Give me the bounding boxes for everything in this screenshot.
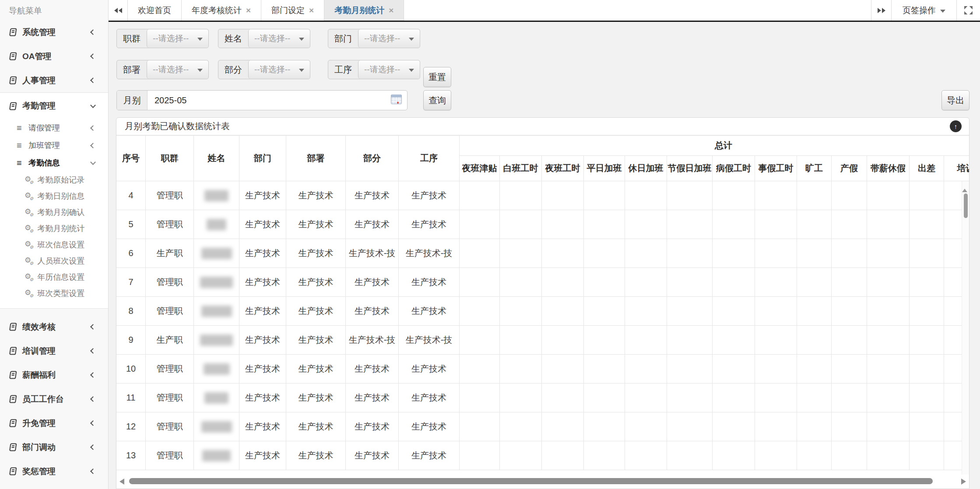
scroll-right-arrow-icon[interactable] (961, 478, 966, 485)
data-cell: 4 (116, 181, 146, 210)
filter-dropdown-division[interactable]: --请选择-- (147, 60, 208, 79)
filter-select-process[interactable]: 工序--请选择-- (328, 60, 420, 79)
table-row[interactable]: 13管理职生产技术生产技术生产技术生产技术 (116, 441, 969, 470)
sidebar-item-training-mgmt[interactable]: 培训管理 (0, 339, 108, 363)
tab-scroll-left-button[interactable] (109, 0, 128, 21)
table-row[interactable]: 9生产职生产技术生产技术生产技术-技生产技术-技 (116, 326, 969, 355)
sidebar-leaf-attendance-monthly-confirm[interactable]: ⚙⚙考勤月别确认 (0, 204, 108, 220)
tab-scroll-right-button[interactable] (871, 0, 891, 21)
double-left-arrow-icon (114, 8, 118, 13)
chevron-left-icon (90, 125, 96, 131)
column-header-2: 姓名 (194, 136, 239, 181)
filter-dropdown-process[interactable]: --请选择-- (358, 60, 420, 79)
stat-cell (867, 210, 910, 239)
data-cell: 生产技术 (239, 181, 286, 210)
sidebar-subitem-attendance-info[interactable]: ≡ 考勤信息 (0, 154, 108, 172)
search-button[interactable]: 查询 (423, 90, 451, 110)
filter-select-division[interactable]: 部署--请选择-- (116, 60, 209, 79)
table-row[interactable]: 6生产职生产技术生产技术生产技术-技生产技术-技 (116, 239, 969, 268)
data-cell: 管理职 (146, 181, 194, 210)
sidebar-item-attendance-mgmt[interactable]: 考勤管理 (0, 93, 108, 119)
filter-select-job-group[interactable]: 职群--请选择-- (116, 29, 209, 48)
calendar-icon[interactable] (391, 94, 402, 106)
sidebar-leaf-calendar-info-settings[interactable]: ⚙⚙年历信息设置 (0, 269, 108, 285)
table-row[interactable]: 5管理职生产技术生产技术生产技术生产技术 (116, 210, 969, 239)
stat-cell (584, 181, 625, 210)
stat-cell (910, 268, 944, 297)
tab-attendance-monthly-stats[interactable]: 考勤月别统计× (324, 0, 404, 21)
chevron-left-icon (90, 348, 96, 354)
close-icon[interactable]: × (389, 6, 393, 14)
fullscreen-button[interactable] (956, 0, 980, 21)
filter-select-department[interactable]: 部门--请选择-- (328, 29, 420, 48)
table-row[interactable]: 8管理职生产技术生产技术生产技术生产技术 (116, 297, 969, 326)
month-input[interactable]: 2025-05 (148, 91, 407, 110)
sidebar-leaf-attendance-raw-records[interactable]: ⚙⚙考勤原始记录 (0, 172, 108, 188)
gears-icon: ⚙⚙ (25, 191, 33, 201)
sidebar-subitem-overtime-mgmt[interactable]: ≡加班管理 (0, 137, 108, 154)
sidebar-item-compensation-benefits[interactable]: 薪酬福利 (0, 363, 108, 387)
table-row[interactable]: 4管理职生产技术生产技术生产技术生产技术 (116, 181, 969, 210)
sidebar-item-hr-mgmt[interactable]: 人事管理 (0, 68, 108, 92)
sidebar-item-system-mgmt[interactable]: 系统管理 (0, 20, 108, 44)
sidebar-leaf-attendance-monthly-stats[interactable]: ⚙⚙考勤月别统计 (0, 220, 108, 236)
stat-cell (625, 297, 667, 326)
caret-down-icon (299, 38, 304, 41)
tab-welcome-home[interactable]: 欢迎首页 (128, 0, 182, 21)
sidebar-leaf-shift-info-settings[interactable]: ⚙⚙班次信息设置 (0, 236, 108, 253)
export-button[interactable]: 导出 (941, 90, 969, 110)
close-icon[interactable]: × (309, 6, 314, 14)
sidebar-expanded-section: 考勤管理 ≡请假管理≡加班管理 ≡ 考勤信息 ⚙⚙考勤原始记录⚙⚙考勤日别信息⚙… (0, 92, 108, 309)
sidebar-item-performance-review[interactable]: 绩效考核 (0, 315, 108, 339)
tab-dept-settings[interactable]: 部门设定× (261, 0, 324, 21)
sidebar-item-reward-punishment[interactable]: 奖惩管理 (0, 459, 108, 483)
data-cell: 生产技术 (286, 383, 346, 412)
tab-annual-assessment-stats[interactable]: 年度考核统计× (182, 0, 261, 21)
stat-cell (832, 355, 867, 383)
table-row[interactable]: 12管理职生产技术生产技术生产技术生产技术 (116, 412, 969, 441)
vertical-scrollbar-thumb[interactable] (964, 193, 968, 218)
book-icon (9, 52, 22, 60)
stat-cell (713, 210, 755, 239)
close-icon[interactable]: × (246, 6, 251, 14)
filter-dropdown-section[interactable]: --请选择-- (248, 60, 310, 79)
stat-cell (500, 355, 542, 383)
table-vertical-scrollbar[interactable] (962, 181, 969, 475)
tabbar-right-controls: 页签操作 (871, 0, 980, 21)
stat-cell (713, 239, 755, 268)
data-cell: 生产技术 (399, 210, 460, 239)
table-row[interactable]: 7管理职生产技术生产技术生产技术生产技术 (116, 268, 969, 297)
stat-cell (867, 441, 910, 470)
filter-select-name[interactable]: 姓名--请选择-- (218, 29, 310, 48)
collapse-panel-button[interactable]: ↑ (950, 120, 962, 132)
book-icon (9, 347, 22, 355)
sidebar-item-promotion-mgmt[interactable]: 升免管理 (0, 411, 108, 435)
stat-cell (584, 297, 625, 326)
table-row[interactable]: 10管理职生产技术生产技术生产技术生产技术 (116, 355, 969, 383)
sidebar-item-dept-transfer[interactable]: 部门调动 (0, 435, 108, 459)
redacted-name (204, 190, 228, 201)
horizontal-scrollbar[interactable] (118, 477, 968, 486)
filter-dropdown-job-group[interactable]: --请选择-- (147, 29, 208, 48)
chevron-down-icon (90, 159, 96, 165)
stat-column-header-6: 病假工时 (713, 156, 755, 181)
sidebar-leaf-attendance-daily-info[interactable]: ⚙⚙考勤日别信息 (0, 188, 108, 204)
table-row[interactable]: 11管理职生产技术生产技术生产技术生产技术 (116, 383, 969, 412)
reset-button[interactable]: 重置 (423, 67, 451, 87)
data-cell: 管理职 (146, 441, 194, 470)
sidebar-leaf-shift-type-settings[interactable]: ⚙⚙班次类型设置 (0, 285, 108, 301)
stat-cell (625, 412, 667, 441)
stat-cell (713, 268, 755, 297)
filter-dropdown-name[interactable]: --请选择-- (248, 29, 310, 48)
sidebar-subitem-leave-mgmt[interactable]: ≡请假管理 (0, 119, 108, 137)
sidebar-leaf-staff-shift-settings[interactable]: ⚙⚙人员班次设置 (0, 253, 108, 269)
page-ops-dropdown[interactable]: 页签操作 (891, 0, 956, 21)
sidebar-item-oa-mgmt[interactable]: OA管理 (0, 44, 108, 68)
dropdown-placeholder: --请选择-- (254, 64, 290, 75)
filter-dropdown-department[interactable]: --请选择-- (358, 29, 420, 48)
horizontal-scrollbar-thumb[interactable] (129, 478, 933, 484)
filter-select-section[interactable]: 部分--请选择-- (218, 60, 310, 79)
scroll-left-arrow-icon[interactable] (119, 478, 124, 485)
sidebar-item-employee-workbench[interactable]: 员工工作台 (0, 387, 108, 411)
data-cell: 生产技术 (239, 297, 286, 326)
